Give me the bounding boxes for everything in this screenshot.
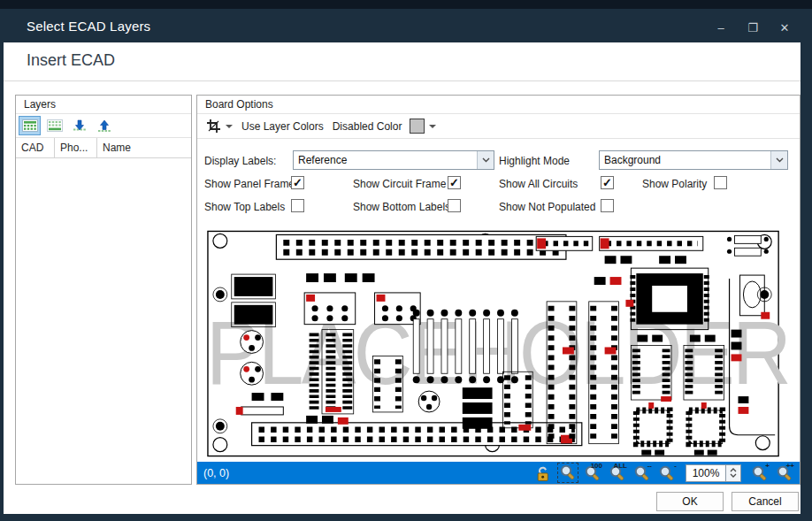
board-options-panel: Board Options Use Layer Colors Disabled … [196,95,801,485]
move-layer-up-icon[interactable] [93,116,115,135]
zoom-in-icon[interactable]: + [749,463,770,483]
board-options-toolbar: Use Layer Colors Disabled Color [197,114,800,139]
disabled-color-swatch[interactable] [410,119,425,134]
use-layer-colors-button[interactable]: Use Layer Colors [239,119,326,134]
layers-toolbar [16,114,191,138]
unlock-icon[interactable] [532,463,554,483]
spin-up-icon[interactable] [730,468,737,472]
show-circuit-frame-label: Show Circuit Frame [353,178,446,190]
show-top-labels-label: Show Top Labels [204,201,285,213]
cancel-button[interactable]: Cancel [732,492,799,511]
show-all-circuits-checkbox[interactable] [601,176,614,189]
zoom-selection-icon[interactable] [557,463,578,483]
disabled-color-button[interactable]: Disabled Color [330,117,440,135]
zoom-level-input[interactable]: 100% [686,464,726,482]
titlebar[interactable]: Select ECAD Layers – ❐ ✕ [0,9,812,42]
zoom-100-icon[interactable]: 100 [582,463,603,483]
crop-dropdown-caret[interactable] [226,125,233,128]
page-title: Insert ECAD [27,51,115,70]
show-circuit-frame-checkbox[interactable] [448,176,461,189]
zoom-all-icon[interactable]: ALL [607,463,628,483]
layers-panel-title: Layers [16,96,191,114]
maximize-button[interactable]: ❐ [741,18,764,37]
zoom-out-double-icon[interactable]: -- [632,463,653,483]
cursor-coordinates: (0, 0) [197,467,229,479]
show-not-populated-checkbox[interactable] [601,199,614,212]
show-top-labels-checkbox[interactable] [291,199,304,212]
highlight-mode-combobox[interactable]: Background [599,150,788,170]
show-polarity-label: Show Polarity [642,178,707,190]
crop-icon [206,119,221,134]
zoom-out-icon[interactable]: - [656,463,678,483]
window-title: Select ECAD Layers [27,19,150,34]
show-bottom-labels-label: Show Bottom Labels [353,201,450,213]
spin-down-icon[interactable] [730,473,737,478]
layers-column-headers: CAD Pho... Name [16,138,191,158]
hide-layers-grid-icon[interactable] [43,116,65,135]
close-button[interactable]: ✕ [773,18,796,37]
column-header-name[interactable]: Name [97,138,191,158]
chevron-down-icon[interactable] [770,151,787,169]
show-polarity-checkbox[interactable] [714,176,727,189]
show-panel-frame-label: Show Panel Frame [204,178,295,190]
layers-list[interactable] [16,158,191,484]
minimize-button[interactable]: – [709,18,732,37]
show-not-populated-label: Show Not Populated [499,201,595,213]
dialog-header: Insert ECAD [4,42,801,81]
window-top-border [0,0,812,9]
display-labels-combobox[interactable]: Reference [293,150,494,170]
chevron-down-icon[interactable] [477,151,494,169]
column-header-cad[interactable]: CAD [16,138,55,158]
zoom-in-double-icon[interactable]: ++ [774,463,795,483]
board-options-title: Board Options [197,96,800,114]
zoom-spin-buttons[interactable] [726,464,741,482]
show-all-layers-grid-icon[interactable] [19,116,41,135]
highlight-mode-label: Highlight Mode [499,155,570,167]
show-all-circuits-label: Show All Circuits [499,178,578,190]
crop-button[interactable] [203,117,235,135]
board-preview-image: PLACEHOLDER [203,224,796,464]
move-layer-down-icon[interactable] [68,116,90,135]
insert-ecad-dialog: Insert ECAD Layers [4,42,801,514]
board-preview-viewport[interactable]: PLACEHOLDER [203,224,796,464]
disabled-color-caret[interactable] [429,125,436,128]
column-header-photo[interactable]: Pho... [55,138,97,158]
zoom-toolbar: 100 ALL -- - 100% [532,463,800,483]
show-bottom-labels-checkbox[interactable] [448,199,461,212]
preview-statusbar: (0, 0) 100 ALL [197,462,800,484]
ok-button[interactable]: OK [656,492,724,511]
display-labels-label: Display Labels: [204,155,276,167]
zoom-level-spinner: 100% [686,464,741,482]
layers-panel: Layers [15,95,192,485]
show-panel-frame-checkbox[interactable] [291,176,304,189]
